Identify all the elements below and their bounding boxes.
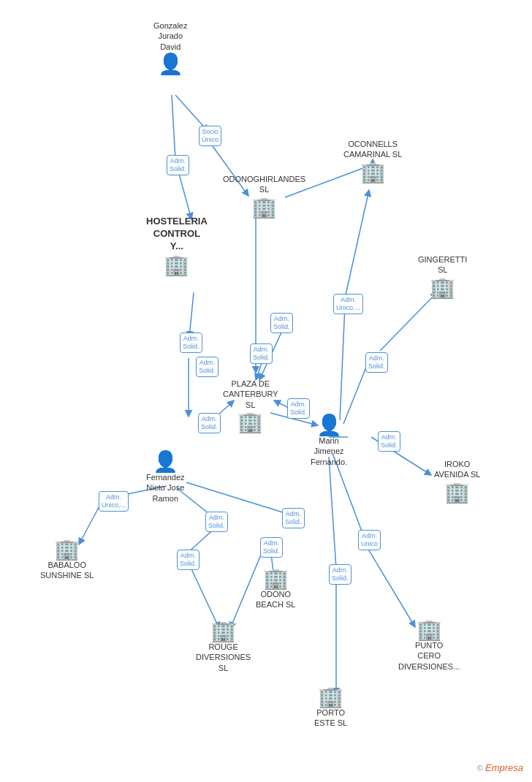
badge-adm-solid-5: Adm. Solid. (270, 313, 293, 333)
watermark-text: Empresa (485, 762, 523, 773)
svg-line-25 (186, 482, 285, 513)
badge-adm-unico-3: Adm. Unico (358, 530, 381, 550)
babaloo-building-icon: 🏢 (54, 539, 80, 560)
node-odonoghirlandes: ODONOGHIRLANDES SL 🏢 (223, 174, 305, 218)
oconnells-building-icon: 🏢 (360, 162, 386, 183)
node-gingeretti: GINGERETTI SL 🏢 (418, 254, 467, 298)
marin-person-icon: 👤 (316, 415, 342, 436)
copyright-symbol: © (477, 764, 485, 772)
badge-adm-solid-13: Adm. Solid. (260, 537, 283, 558)
hosteleria-label: HOSTELERIA CONTROL Y... (146, 216, 208, 253)
badge-adm-solid-14: Adm. Solid. (329, 564, 352, 585)
node-iroko: IROKO AVENIDA SL 🏢 (434, 459, 480, 503)
gonzalez-label: Gonzalez Jurado David (153, 20, 187, 52)
node-hosteleria: HOSTELERIA CONTROL Y... 🏢 (146, 216, 208, 276)
rouge-label: ROUGE DIVERSIONES SL (196, 642, 251, 673)
gingeretti-building-icon: 🏢 (430, 278, 455, 298)
badge-adm-solid-10: Adm. Solid. (205, 512, 228, 532)
badge-adm-unico-2: Adm. Unico,... (99, 491, 129, 512)
node-plaza-canterbury: PLAZA DE CANTERBURY SL 🏢 (223, 379, 278, 433)
porto-este-label: PORTO ESTE SL (314, 707, 347, 729)
badge-adm-unico-1: Adm. Unico.... (333, 294, 363, 314)
gingeretti-label: GINGERETTI SL (418, 254, 467, 276)
babaloo-label: BABALOO SUNSHINE SL (40, 560, 94, 581)
node-rouge: 🏢 ROUGE DIVERSIONES SL (196, 621, 251, 675)
node-babaloo: 🏢 BABALOO SUNSHINE SL (40, 539, 94, 583)
node-porto-este: 🏢 PORTO ESTE SL (314, 687, 347, 731)
node-fernandez: 👤 Fernandez Nieto Jose Ramon (146, 452, 185, 506)
fernandez-person-icon: 👤 (153, 452, 178, 472)
diagram-container: Gonzalez Jurado David 👤 HOSTELERIA CONTR… (0, 0, 532, 782)
badge-adm-solid-7: Adm. Solid. (287, 398, 310, 419)
porto-este-building-icon: 🏢 (318, 687, 343, 707)
svg-line-4 (179, 174, 191, 219)
fernandez-label: Fernandez Nieto Jose Ramon (146, 472, 185, 504)
punto-cero-building-icon: 🏢 (417, 620, 442, 640)
svg-line-24 (189, 563, 219, 629)
badge-adm-solid-6: Adm. Solid. (250, 343, 273, 364)
odono-beach-building-icon: 🏢 (263, 569, 289, 589)
iroko-building-icon: 🏢 (444, 482, 470, 503)
odono-beach-label: ODONO BEACH SL (256, 589, 295, 610)
badge-adm-solid-11: Adm. Solid. (177, 550, 200, 570)
svg-line-16 (380, 292, 437, 351)
oconnells-label: OCONNELLS CAMARINAL SL (343, 139, 402, 160)
iroko-label: IROKO AVENIDA SL (434, 459, 480, 480)
badge-adm-solid-2: Adm. Solid. (180, 333, 202, 353)
node-marin: 👤 Marin Jimenez Fernando. (311, 415, 347, 469)
hosteleria-building-icon: 🏢 (164, 255, 189, 276)
punto-cero-label: PUNTO CERO DIVERSIONES... (398, 640, 460, 672)
badge-adm-solid-4: Adm. Solid. (198, 413, 221, 433)
svg-line-29 (365, 544, 415, 627)
svg-line-18 (345, 190, 369, 298)
badge-socio-unico: Socio Único (199, 126, 221, 146)
badge-adm-solid-8: Adm. Solid. (365, 352, 388, 373)
node-gonzalez: Gonzalez Jurado David 👤 (153, 20, 187, 75)
svg-line-2 (172, 95, 175, 159)
svg-line-17 (340, 305, 345, 420)
node-odono-beach: 🏢 ODONO BEACH SL (256, 569, 295, 612)
rouge-building-icon: 🏢 (210, 621, 236, 642)
badge-adm-solid-1: Adm. Solid. (167, 155, 189, 175)
watermark: © Empresa (477, 762, 523, 773)
badge-adm-solid-3: Adm. Solid. (196, 357, 218, 377)
plaza-canterbury-building-icon: 🏢 (238, 412, 263, 433)
gonzalez-person-icon: 👤 (158, 54, 183, 75)
plaza-canterbury-label: PLAZA DE CANTERBURY SL (223, 379, 278, 410)
node-punto-cero: 🏢 PUNTO CERO DIVERSIONES... (398, 620, 460, 674)
svg-line-30 (329, 457, 336, 569)
odonoghirlandes-label: ODONOGHIRLANDES SL (223, 174, 305, 195)
badge-adm-solid-9: Adm. Solid. (378, 431, 400, 452)
svg-line-7 (189, 292, 194, 338)
badge-adm-solid-12: Adm. Solid. (282, 508, 305, 528)
node-oconnells: OCONNELLS CAMARINAL SL 🏢 (343, 139, 402, 183)
odonoghirlandes-building-icon: 🏢 (251, 197, 277, 218)
marin-label: Marin Jimenez Fernando. (311, 436, 347, 467)
